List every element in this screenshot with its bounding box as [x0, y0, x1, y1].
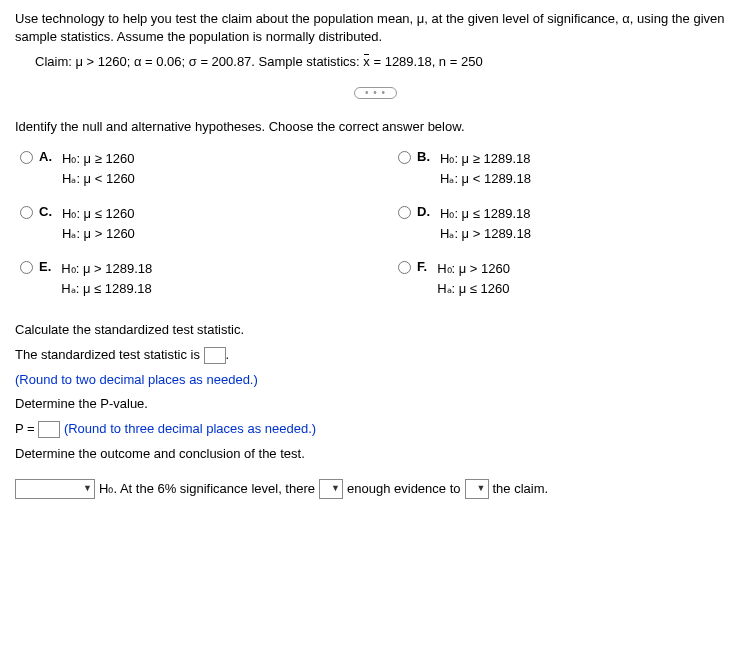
option-f-ha: Hₐ: μ ≤ 1260: [437, 279, 510, 299]
calc-title: Calculate the standardized test statisti…: [15, 318, 736, 343]
divider-pill: • • •: [354, 87, 397, 99]
option-b[interactable]: B. H₀: μ ≥ 1289.18 Hₐ: μ < 1289.18: [398, 149, 736, 188]
radio-e[interactable]: [20, 261, 33, 274]
claim-dropdown[interactable]: ▼: [465, 479, 489, 499]
option-d-label: D.: [417, 204, 430, 219]
option-d-body: H₀: μ ≤ 1289.18 Hₐ: μ > 1289.18: [440, 204, 531, 243]
option-e-h0: H₀: μ > 1289.18: [61, 259, 152, 279]
problem-intro: Use technology to help you test the clai…: [15, 10, 736, 46]
chevron-down-icon: ▼: [83, 480, 92, 497]
conclusion-seg3: the claim.: [493, 477, 549, 502]
option-a-h0: H₀: μ ≥ 1260: [62, 149, 135, 169]
conclusion-seg1: H₀. At the 6% significance level, there: [99, 477, 315, 502]
stat-line: The standardized test statistic is .: [15, 343, 736, 368]
option-a-ha: Hₐ: μ < 1260: [62, 169, 135, 189]
chevron-down-icon: ▼: [331, 480, 340, 497]
pvalue-hint: (Round to three decimal places as needed…: [60, 421, 316, 436]
option-d[interactable]: D. H₀: μ ≤ 1289.18 Hₐ: μ > 1289.18: [398, 204, 736, 243]
option-b-body: H₀: μ ≥ 1289.18 Hₐ: μ < 1289.18: [440, 149, 531, 188]
stat-hint: (Round to two decimal places as needed.): [15, 368, 736, 393]
option-c-h0: H₀: μ ≤ 1260: [62, 204, 135, 224]
radio-d[interactable]: [398, 206, 411, 219]
option-c-ha: Hₐ: μ > 1260: [62, 224, 135, 244]
option-b-h0: H₀: μ ≥ 1289.18: [440, 149, 531, 169]
chevron-down-icon: ▼: [477, 480, 486, 497]
x-bar-symbol: x: [363, 54, 370, 69]
option-d-ha: Hₐ: μ > 1289.18: [440, 224, 531, 244]
option-e-label: E.: [39, 259, 51, 274]
pvalue-title: Determine the P-value.: [15, 392, 736, 417]
radio-c[interactable]: [20, 206, 33, 219]
option-c-label: C.: [39, 204, 52, 219]
conclusion-seg2: enough evidence to: [347, 477, 460, 502]
question-prompt: Identify the null and alternative hypoth…: [15, 119, 736, 134]
option-c-body: H₀: μ ≤ 1260 Hₐ: μ > 1260: [62, 204, 135, 243]
calculation-section: Calculate the standardized test statisti…: [15, 318, 736, 501]
decision-dropdown[interactable]: ▼: [15, 479, 95, 499]
option-c[interactable]: C. H₀: μ ≤ 1260 Hₐ: μ > 1260: [20, 204, 358, 243]
option-f-h0: H₀: μ > 1260: [437, 259, 510, 279]
pvalue-line: P = (Round to three decimal places as ne…: [15, 417, 736, 442]
option-b-ha: Hₐ: μ < 1289.18: [440, 169, 531, 189]
claim-line: Claim: μ > 1260; α = 0.06; σ = 200.87. S…: [15, 54, 736, 69]
p-value-input[interactable]: [38, 421, 60, 438]
conclusion-line: ▼ H₀. At the 6% significance level, ther…: [15, 477, 736, 502]
options-grid: A. H₀: μ ≥ 1260 Hₐ: μ < 1260 B. H₀: μ ≥ …: [15, 149, 736, 298]
option-e-body: H₀: μ > 1289.18 Hₐ: μ ≤ 1289.18: [61, 259, 152, 298]
option-a[interactable]: A. H₀: μ ≥ 1260 Hₐ: μ < 1260: [20, 149, 358, 188]
option-f-label: F.: [417, 259, 427, 274]
outcome-title: Determine the outcome and conclusion of …: [15, 442, 736, 467]
option-a-body: H₀: μ ≥ 1260 Hₐ: μ < 1260: [62, 149, 135, 188]
radio-f[interactable]: [398, 261, 411, 274]
test-statistic-input[interactable]: [204, 347, 226, 364]
option-d-h0: H₀: μ ≤ 1289.18: [440, 204, 531, 224]
section-divider: • • •: [15, 84, 736, 99]
option-e[interactable]: E. H₀: μ > 1289.18 Hₐ: μ ≤ 1289.18: [20, 259, 358, 298]
evidence-dropdown[interactable]: ▼: [319, 479, 343, 499]
radio-b[interactable]: [398, 151, 411, 164]
intro-text: Use technology to help you test the clai…: [15, 10, 736, 46]
option-b-label: B.: [417, 149, 430, 164]
option-e-ha: Hₐ: μ ≤ 1289.18: [61, 279, 152, 299]
radio-a[interactable]: [20, 151, 33, 164]
option-f-body: H₀: μ > 1260 Hₐ: μ ≤ 1260: [437, 259, 510, 298]
option-f[interactable]: F. H₀: μ > 1260 Hₐ: μ ≤ 1260: [398, 259, 736, 298]
option-a-label: A.: [39, 149, 52, 164]
